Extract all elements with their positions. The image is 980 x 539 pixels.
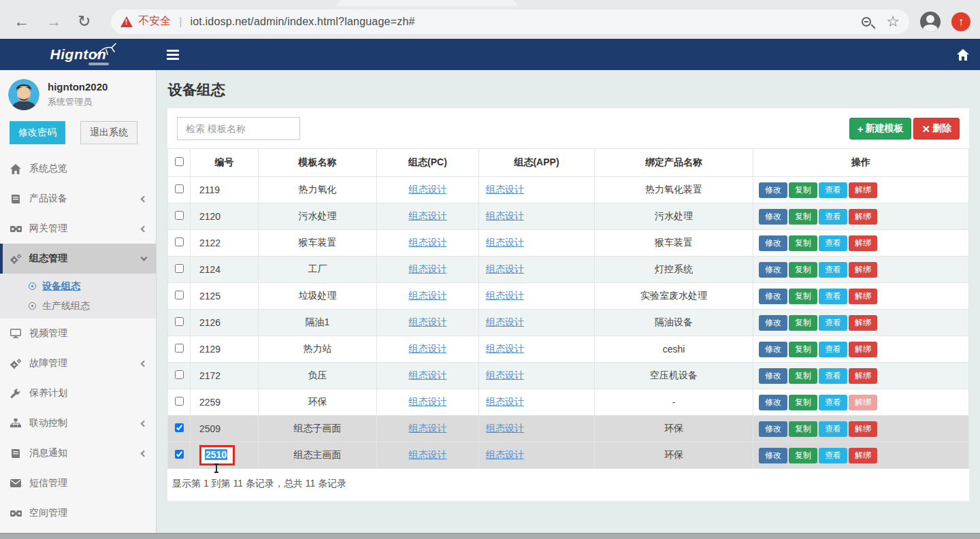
copy-action-button[interactable]: 复制 xyxy=(789,368,817,384)
id-edit-input[interactable]: 2510 xyxy=(205,449,227,460)
copy-action-button[interactable]: 复制 xyxy=(789,342,817,357)
forward-icon[interactable]: → xyxy=(46,14,61,29)
view-action-button[interactable]: 查看 xyxy=(819,368,847,384)
view-action-button[interactable]: 查看 xyxy=(819,342,847,357)
view-action-button[interactable]: 查看 xyxy=(819,395,847,410)
header-id[interactable]: 编号 xyxy=(191,149,259,177)
copy-action-button[interactable]: 复制 xyxy=(789,209,817,225)
config-pc-link[interactable]: 组态设计 xyxy=(409,370,447,380)
config-app-link[interactable]: 组态设计 xyxy=(486,237,524,248)
row-checkbox[interactable] xyxy=(175,317,184,326)
unbind-action-button[interactable]: 解绑 xyxy=(849,395,877,410)
row-checkbox[interactable] xyxy=(175,211,184,220)
row-checkbox[interactable] xyxy=(175,238,184,246)
row-checkbox[interactable] xyxy=(175,397,184,406)
sidebar-item-4[interactable]: 组态管理 xyxy=(0,244,156,274)
config-pc-link[interactable]: 组态设计 xyxy=(409,449,447,460)
unbind-action-button[interactable]: 解绑 xyxy=(849,421,877,437)
config-app-link[interactable]: 组态设计 xyxy=(486,210,524,221)
sidebar-item-2[interactable]: 产品设备 xyxy=(0,184,156,214)
sidebar-item-11[interactable]: 空间管理 xyxy=(0,498,156,528)
row-checkbox[interactable] xyxy=(175,344,184,353)
bookmark-star-icon[interactable]: ☆ xyxy=(886,14,900,29)
change-password-button[interactable]: 修改密码 xyxy=(10,121,65,144)
config-app-link[interactable]: 组态设计 xyxy=(486,423,524,434)
config-app-link[interactable]: 组态设计 xyxy=(486,316,524,327)
copy-action-button[interactable]: 复制 xyxy=(789,421,817,437)
row-checkbox[interactable] xyxy=(175,184,184,193)
logout-button[interactable]: 退出系统 xyxy=(80,121,137,144)
copy-action-button[interactable]: 复制 xyxy=(789,262,817,278)
config-app-link[interactable]: 组态设计 xyxy=(486,263,524,274)
sidebar-item-10[interactable]: 短信管理 xyxy=(0,468,156,498)
config-app-link[interactable]: 组态设计 xyxy=(486,396,524,407)
copy-action-button[interactable]: 复制 xyxy=(789,448,817,463)
unbind-action-button[interactable]: 解绑 xyxy=(849,448,877,463)
header-config-app[interactable]: 组态(APP) xyxy=(479,149,595,177)
config-app-link[interactable]: 组态设计 xyxy=(486,343,524,354)
config-pc-link[interactable]: 组态设计 xyxy=(409,237,447,248)
edit-action-button[interactable]: 修改 xyxy=(759,182,787,198)
row-checkbox[interactable] xyxy=(175,450,184,459)
config-app-link[interactable]: 组态设计 xyxy=(486,449,524,460)
config-pc-link[interactable]: 组态设计 xyxy=(409,263,447,274)
edit-action-button[interactable]: 修改 xyxy=(759,209,787,225)
unbind-action-button[interactable]: 解绑 xyxy=(849,315,877,331)
config-pc-link[interactable]: 组态设计 xyxy=(409,343,447,354)
unbind-action-button[interactable]: 解绑 xyxy=(849,235,877,251)
row-checkbox[interactable] xyxy=(175,291,184,299)
sidebar-item-8[interactable]: 联动控制 xyxy=(0,408,156,438)
select-all-checkbox[interactable] xyxy=(175,157,184,166)
reload-icon[interactable]: ↻ xyxy=(78,14,91,29)
new-template-button[interactable]: +新建模板 xyxy=(849,118,912,140)
address-bar[interactable]: 不安全 | iot.idosp.net/admin/index.html?lan… xyxy=(111,10,909,34)
header-product-name[interactable]: 绑定产品名称 xyxy=(595,149,753,177)
row-checkbox[interactable] xyxy=(175,370,184,379)
unbind-action-button[interactable]: 解绑 xyxy=(849,182,877,198)
view-action-button[interactable]: 查看 xyxy=(819,448,847,463)
edit-action-button[interactable]: 修改 xyxy=(759,315,787,331)
view-action-button[interactable]: 查看 xyxy=(819,421,847,437)
config-pc-link[interactable]: 组态设计 xyxy=(409,184,447,195)
config-pc-link[interactable]: 组态设计 xyxy=(409,316,447,327)
config-pc-link[interactable]: 组态设计 xyxy=(409,396,447,407)
config-app-link[interactable]: 组态设计 xyxy=(486,290,524,301)
zoom-out-icon[interactable] xyxy=(862,17,871,27)
unbind-action-button[interactable]: 解绑 xyxy=(849,262,877,278)
view-action-button[interactable]: 查看 xyxy=(819,235,847,251)
unbind-action-button[interactable]: 解绑 xyxy=(849,209,877,225)
browser-profile-icon[interactable] xyxy=(920,12,941,32)
edit-action-button[interactable]: 修改 xyxy=(759,342,787,357)
edit-action-button[interactable]: 修改 xyxy=(759,448,787,463)
browser-update-icon[interactable]: ↑ xyxy=(951,12,970,31)
unbind-action-button[interactable]: 解绑 xyxy=(849,342,877,357)
menu-toggle-icon[interactable] xyxy=(167,50,179,60)
view-action-button[interactable]: 查看 xyxy=(819,289,847,304)
sidebar-subitem[interactable]: 设备组态 xyxy=(0,276,156,296)
url-text[interactable]: iot.idosp.net/admin/index.html?language=… xyxy=(190,16,414,28)
config-pc-link[interactable]: 组态设计 xyxy=(409,210,447,221)
brand-logo[interactable]: Hignton xyxy=(0,39,157,70)
sidebar-item-5[interactable]: 视频管理 xyxy=(0,318,156,348)
sidebar-item-6[interactable]: 故障管理 xyxy=(0,348,156,378)
view-action-button[interactable]: 查看 xyxy=(819,182,847,198)
edit-action-button[interactable]: 修改 xyxy=(759,421,787,437)
row-checkbox[interactable] xyxy=(175,264,184,273)
view-action-button[interactable]: 查看 xyxy=(819,262,847,278)
view-action-button[interactable]: 查看 xyxy=(819,315,847,331)
config-pc-link[interactable]: 组态设计 xyxy=(409,423,447,434)
edit-action-button[interactable]: 修改 xyxy=(759,368,787,384)
sidebar-subitem[interactable]: 生产线组态 xyxy=(0,296,156,316)
copy-action-button[interactable]: 复制 xyxy=(789,289,817,304)
config-app-link[interactable]: 组态设计 xyxy=(486,184,524,195)
config-app-link[interactable]: 组态设计 xyxy=(486,370,524,380)
view-action-button[interactable]: 查看 xyxy=(819,209,847,225)
copy-action-button[interactable]: 复制 xyxy=(789,235,817,251)
sidebar-item-9[interactable]: 消息通知 xyxy=(0,438,156,468)
header-actions[interactable]: 操作 xyxy=(753,149,969,177)
search-input[interactable] xyxy=(177,117,300,140)
browser-tab[interactable] xyxy=(337,0,517,6)
sidebar-item-3[interactable]: 网关管理 xyxy=(0,214,156,244)
copy-action-button[interactable]: 复制 xyxy=(789,182,817,198)
edit-action-button[interactable]: 修改 xyxy=(759,235,787,251)
